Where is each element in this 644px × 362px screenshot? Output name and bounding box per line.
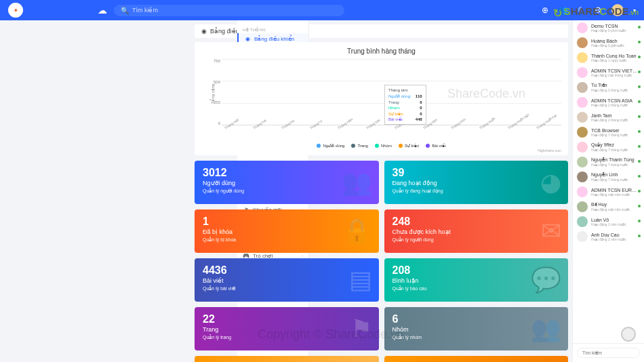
dashboard-icon: ◉: [201, 28, 207, 35]
user-meta: Hoạt động 7 tháng trước: [591, 148, 640, 152]
status-dot-icon: [638, 235, 641, 237]
legend-item[interactable]: Sự kiện: [399, 143, 419, 148]
user-name: ADMIN TCSN VIETNAM: [591, 68, 640, 73]
stat-card[interactable]: 208Bình luậnQuản lý báo cáo💬: [384, 258, 569, 302]
card-label: Trang: [203, 326, 371, 333]
search-input[interactable]: [132, 7, 338, 14]
card-icon: ✉: [541, 217, 561, 245]
user-name: ADMIN TCSN ASIA: [591, 98, 640, 103]
status-dot-icon: [638, 220, 641, 222]
stat-card[interactable]: 6NhómQuản lý nhóm👥: [384, 307, 569, 350]
user-row[interactable]: Hoàng BáchHoạt động 6 giờ trước: [573, 35, 644, 50]
user-row[interactable]: Nguyễn LinhHoạt động 7 tháng trước: [573, 169, 644, 184]
user-avatar: [577, 201, 588, 212]
card-label: Chưa được kích hoạt: [393, 228, 561, 235]
stat-card[interactable]: 22TrangQuản lý trang⚑: [195, 307, 379, 350]
user-avatar: [577, 112, 588, 123]
user-name: Luân Võ: [591, 218, 640, 222]
user-row[interactable]: ADMIN TCSN EUROPEHoạt động một năm trước: [573, 184, 644, 199]
user-row[interactable]: Demo TCSNHoạt động 9 phút trước: [573, 20, 644, 35]
stat-card[interactable]: 39Đang hoạt độngQuản lý đang hoạt động◕: [384, 161, 569, 204]
user-avatar: [577, 127, 588, 138]
user-row[interactable]: Thành Cung Ho ToanHoạt động 1 ngày trước: [573, 50, 644, 65]
card-icon: ▤: [349, 266, 372, 294]
user-row[interactable]: Anh Duy CaoHoạt động 2 năm trước: [573, 229, 644, 244]
status-dot-icon: [638, 160, 641, 163]
user-meta: Hoạt động 2 tháng trước: [591, 103, 640, 107]
stat-card[interactable]: 248Chưa được kích hoạtQuản lý người dùng…: [384, 209, 569, 253]
user-avatar: [577, 37, 588, 48]
user-name: TCB Browser: [591, 128, 640, 133]
card-icon: ◕: [540, 168, 561, 197]
right-search-input[interactable]: [577, 348, 640, 358]
legend-dot-icon: [426, 144, 430, 148]
stat-card[interactable]: 1Đã bị khóaQuản lý bị khóa🔒: [195, 209, 379, 253]
user-row[interactable]: ADMIN TCSN ASIAHoạt động 2 tháng trước: [573, 95, 644, 110]
stat-card[interactable]: 271🌐: [384, 356, 569, 362]
user-meta: Hoạt động 2 tháng trước: [591, 88, 640, 92]
card-icon: 💬: [531, 266, 561, 294]
x-labels: Tháng mộtTháng haiTháng baTháng tưTháng …: [222, 127, 561, 140]
card-subtitle: Quản lý bài viết: [203, 286, 371, 291]
legend-item[interactable]: Người dùng: [317, 143, 344, 148]
legend-item[interactable]: Bài viết: [426, 143, 445, 148]
user-row[interactable]: TCB BrowserHoạt động 7 tháng trước: [573, 125, 644, 140]
status-dot-icon: [638, 26, 641, 28]
cloud-icon[interactable]: ☁: [98, 5, 107, 16]
status-dot-icon: [638, 100, 641, 103]
user-row[interactable]: ADMIN TCSN VIETNAMHoạt động một tháng tr…: [573, 65, 644, 80]
user-name: Demo TCSN: [591, 24, 640, 28]
user-name: ADMIN TCSN EUROPE: [591, 188, 640, 193]
card-icon: 🔒: [342, 217, 372, 245]
legend-item[interactable]: Nhóm: [375, 143, 392, 148]
status-dot-icon: [638, 71, 641, 73]
user-row[interactable]: Bế HuyHoạt động một năm trước: [573, 199, 644, 214]
user-row[interactable]: Tú TiềnHoạt động 2 tháng trước: [573, 80, 644, 95]
chart-area[interactable]: Tổng cộng 7505002500 Tháng mộtTháng haiT…: [201, 59, 561, 140]
stat-card[interactable]: 4436Bài viếtQuản lý bài viết▤: [195, 258, 379, 302]
sharecode-logo: SHARECODE.vn: [553, 5, 639, 18]
nav-label: Bảng điều khiển: [254, 36, 294, 42]
card-subtitle: Quản lý trang: [203, 335, 371, 340]
notification-bell-icon[interactable]: [621, 327, 636, 342]
user-row[interactable]: Quậy 9ftezHoạt động 7 tháng trước: [573, 140, 644, 155]
user-meta: Hoạt động 7 tháng trước: [591, 178, 640, 182]
card-value: 22: [203, 314, 371, 325]
user-row[interactable]: Nguyễn Thanh TùngHoạt động 7 tháng trước: [573, 155, 644, 169]
chart-legend[interactable]: Người dùngTrangNhómSự kiệnBài viết: [201, 143, 561, 148]
download-icon[interactable]: ⊕: [542, 5, 548, 15]
user-name: Nguyễn Thanh Tùng: [591, 157, 640, 163]
user-name: Anh Duy Cao: [591, 233, 640, 237]
status-dot-icon: [638, 130, 641, 133]
status-dot-icon: [638, 175, 641, 178]
card-value: 4436: [203, 265, 371, 276]
user-avatar: [577, 142, 588, 153]
app-logo[interactable]: ✦: [8, 3, 23, 18]
card-label: Đang hoạt động: [393, 180, 561, 186]
stat-card[interactable]: 3012Người dùngQuản lý người dùng👥: [195, 161, 379, 204]
legend-dot-icon: [317, 144, 321, 148]
topbar: ✦ ☁ 🔍 ⊕ 👥 ☾ ⚙ ▾: [0, 0, 644, 20]
user-avatar: [577, 22, 588, 33]
user-meta: Hoạt động một tháng trước: [591, 73, 640, 77]
search-box[interactable]: 🔍: [114, 5, 344, 16]
user-meta: Hoạt động một năm trước: [591, 193, 640, 197]
user-meta: Hoạt động 2 năm trước: [591, 222, 640, 226]
nav-icon: ◉: [244, 36, 251, 42]
search-icon: 🔍: [121, 7, 129, 14]
y-ticks: 7505002500: [211, 59, 220, 125]
card-icon: 👥: [531, 315, 561, 343]
legend-item[interactable]: Trang: [351, 143, 367, 148]
user-row[interactable]: Janh TamHoạt động 2 tháng trước: [573, 110, 644, 125]
status-dot-icon: [638, 56, 641, 58]
user-meta: Hoạt động 6 giờ trước: [591, 43, 640, 47]
legend-dot-icon: [375, 144, 379, 148]
user-row[interactable]: Luân VõHoạt động 2 năm trước: [573, 214, 644, 229]
recycle-icon: [553, 7, 564, 18]
card-subtitle: Quản lý đang hoạt động: [393, 188, 561, 194]
user-avatar: [577, 157, 588, 167]
right-search: [573, 343, 644, 362]
stat-card[interactable]: 71Sự kiệnQuản lý sự kiện📅: [195, 356, 379, 362]
card-icon: ⚑: [350, 315, 372, 343]
user-name: Bế Huy: [591, 202, 640, 207]
